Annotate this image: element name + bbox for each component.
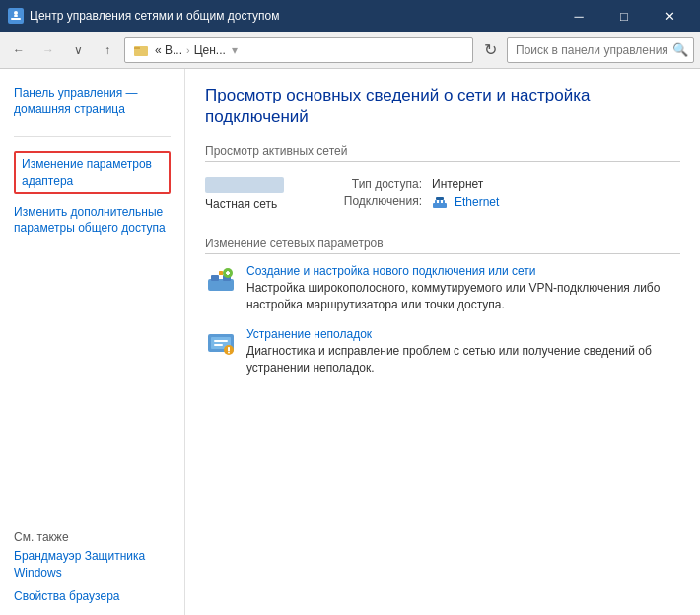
sidebar-footer: См. также Брандмауэр Защитника Windows С…: [0, 520, 184, 615]
network-name-block: Частная сеть: [205, 177, 304, 211]
troubleshoot-desc: Диагностика и исправление проблем с сеть…: [246, 344, 652, 375]
svg-rect-9: [443, 200, 445, 203]
up-button[interactable]: ↑: [95, 37, 120, 63]
svg-rect-2: [14, 15, 18, 17]
folder-icon: [133, 42, 149, 58]
content-area: Просмотр основных сведений о сети и наст…: [185, 69, 700, 615]
forward-button[interactable]: →: [35, 37, 61, 63]
sidebar-item-change-adapter[interactable]: Изменение параметров адаптера: [14, 151, 171, 194]
troubleshoot-item: Устранение неполадок Диагностика и испра…: [205, 327, 680, 376]
svg-rect-12: [211, 275, 219, 281]
window-title: Центр управления сетями и общим доступом: [30, 9, 556, 23]
svg-rect-14: [219, 271, 223, 275]
close-button[interactable]: ✕: [647, 0, 692, 32]
svg-rect-7: [435, 200, 437, 203]
sidebar-also-title: См. также: [14, 530, 171, 548]
new-connection-item: Создание и настройка нового подключения …: [205, 264, 680, 313]
access-type-key: Тип доступа:: [323, 177, 422, 191]
page-title: Просмотр основных сведений о сети и наст…: [205, 85, 680, 128]
new-connection-link[interactable]: Создание и настройка нового подключения …: [246, 264, 680, 278]
sidebar-firewall-link[interactable]: Брандмауэр Защитника Windows: [14, 548, 171, 581]
network-name-image: [205, 177, 284, 193]
breadcrumb-part1: « В...: [155, 43, 182, 57]
connections-key: Подключения:: [323, 194, 422, 210]
main-layout: Панель управления — домашняя страница Из…: [0, 69, 700, 615]
sidebar-main: Панель управления — домашняя страница Из…: [0, 81, 184, 520]
sidebar-item-change-sharing[interactable]: Изменить дополнительные параметры общего…: [14, 204, 171, 238]
svg-rect-10: [436, 197, 444, 200]
search-input[interactable]: [507, 37, 694, 63]
ethernet-icon: [432, 194, 448, 210]
sidebar-links-section: Изменение параметров адаптера Изменить д…: [0, 145, 184, 241]
troubleshoot-icon-box: [205, 327, 237, 359]
svg-rect-8: [439, 200, 441, 203]
svg-rect-23: [228, 347, 230, 351]
breadcrumb-dropdown[interactable]: ▾: [232, 43, 238, 57]
refresh-button[interactable]: ↻: [477, 37, 503, 63]
new-connection-icon-box: [205, 264, 237, 296]
breadcrumb: « В... › Цен...: [133, 42, 226, 58]
network-label: Частная сеть: [205, 197, 304, 211]
sidebar-divider-1: [14, 136, 171, 137]
svg-rect-20: [214, 340, 228, 342]
change-settings-section: Изменение сетевых параметров Создан: [205, 237, 680, 376]
new-connection-desc: Настройка широкополосного, коммутируемог…: [246, 281, 660, 311]
access-type-value: Интернет: [432, 177, 483, 191]
svg-rect-5: [134, 47, 140, 49]
svg-rect-1: [11, 18, 21, 20]
sidebar-browser-link[interactable]: Свойства браузера: [14, 587, 171, 605]
minimize-button[interactable]: ─: [556, 0, 601, 32]
new-connection-text: Создание и настройка нового подключения …: [246, 264, 680, 313]
breadcrumb-part2: Цен...: [194, 43, 226, 57]
svg-rect-17: [227, 271, 229, 275]
connections-value[interactable]: Ethernet: [432, 194, 499, 210]
sidebar: Панель управления — домашняя страница Из…: [0, 69, 185, 615]
sidebar-home-link[interactable]: Панель управления — домашняя страница: [14, 85, 171, 118]
title-bar: Центр управления сетями и общим доступом…: [0, 0, 700, 32]
search-wrapper: 🔍: [507, 37, 694, 63]
window-controls: ─ □ ✕: [556, 0, 692, 32]
troubleshoot-text: Устранение неполадок Диагностика и испра…: [246, 327, 680, 376]
active-networks-section: Просмотр активных сетей Частная сеть Тип…: [205, 144, 680, 217]
troubleshoot-icon: [206, 328, 236, 358]
back-button[interactable]: ←: [6, 37, 32, 63]
access-type-row: Тип доступа: Интернет: [323, 177, 680, 191]
down-button[interactable]: ∨: [65, 37, 91, 63]
troubleshoot-link[interactable]: Устранение неполадок: [246, 327, 680, 341]
ethernet-label: Ethernet: [455, 195, 499, 209]
svg-point-24: [228, 351, 230, 353]
svg-rect-21: [214, 344, 223, 346]
change-settings-header: Изменение сетевых параметров: [205, 237, 680, 254]
new-connection-icon: [206, 265, 236, 295]
address-bar: ← → ∨ ↑ « В... › Цен... ▾ ↻ 🔍: [0, 32, 700, 69]
maximize-button[interactable]: □: [601, 0, 647, 32]
app-icon: [8, 8, 24, 24]
svg-rect-6: [433, 203, 447, 208]
connections-row: Подключения: Ethernet: [323, 194, 680, 210]
network-row: Частная сеть Тип доступа: Интернет Подкл…: [205, 171, 680, 217]
address-field[interactable]: « В... › Цен... ▾: [124, 37, 473, 63]
sidebar-content: Панель управления — домашняя страница Из…: [0, 81, 184, 615]
svg-point-3: [14, 11, 18, 15]
active-networks-header: Просмотр активных сетей: [205, 144, 680, 162]
sidebar-home-section: Панель управления — домашняя страница: [0, 81, 184, 128]
network-details: Тип доступа: Интернет Подключения:: [323, 177, 680, 210]
